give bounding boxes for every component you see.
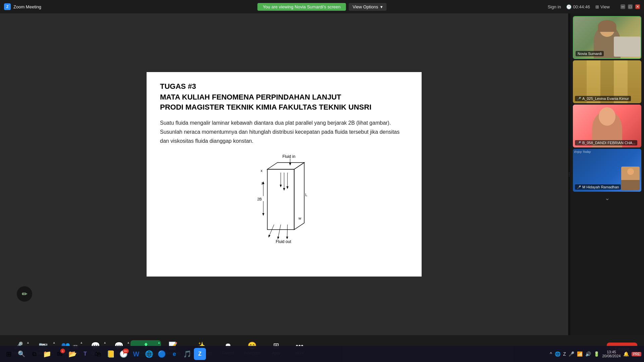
edge-icon[interactable]: e xyxy=(168,348,180,360)
participant-sidebar: Novia Sumardi 🎤 A_025_Levina Evania Kimu… xyxy=(570,13,644,335)
svg-line-15 xyxy=(269,225,274,236)
muted-icon-2: 🎤 xyxy=(577,97,581,101)
titlebar-right: Sign in 🕐 00:44:46 ⊞ View ─ □ ✕ xyxy=(548,4,640,9)
main-content: ✏ TUGAS #3 MATA KULIAH FENOMENA PERPINDA… xyxy=(0,13,644,335)
chat-chevron[interactable]: ▲ xyxy=(127,341,130,344)
svg-text:w: w xyxy=(298,216,301,220)
start-menu-button[interactable]: ⊞ xyxy=(3,348,15,360)
participant-card: Enjoy Today 🎤 M Hidayah Ramadhan xyxy=(573,149,641,192)
word-icon[interactable]: W xyxy=(130,348,142,360)
svg-text:Fluid out: Fluid out xyxy=(276,239,291,244)
participant-card: 🎤 A_025_Levina Evania Kimur xyxy=(573,60,641,103)
taskbar-system-tray: ^ 🌐 Z 🎤 📶 🔊 🔋 13:45 20/08/2024 🔔 PRE xyxy=(550,350,641,358)
svg-marker-3 xyxy=(267,163,304,169)
participants-chevron[interactable]: ▲ xyxy=(80,341,83,344)
meeting-timer: 🕐 00:44:46 xyxy=(566,4,590,9)
klokki-icon[interactable]: 🕐 99+ xyxy=(117,348,129,360)
svg-text:z: z xyxy=(261,181,263,185)
clock-date: 20/08/2024 xyxy=(602,354,621,358)
maximize-button[interactable]: □ xyxy=(628,4,633,9)
task-view-button[interactable]: ⧉ xyxy=(28,348,40,360)
titlebar: Z Zoom Meeting You are viewing Novia Sum… xyxy=(0,0,644,13)
participant-name-2: 🎤 A_025_Levina Evania Kimur xyxy=(575,96,631,101)
share-chevron[interactable]: ▲ xyxy=(157,341,160,344)
view-options-button[interactable]: View Options ▾ xyxy=(348,3,386,11)
banner-text: You are viewing Novia Sumardi's screen xyxy=(257,3,346,11)
minimize-button[interactable]: ─ xyxy=(621,4,625,9)
prtsc-badge: PRE xyxy=(632,352,641,356)
unmute-chevron[interactable]: ▲ xyxy=(26,341,30,344)
notepad-icon[interactable]: 📒 xyxy=(105,348,117,360)
participant-card: 🎤 B_058_DANDI FEBRIAN CHA... xyxy=(573,105,641,147)
muted-icon-4: 🎤 xyxy=(577,185,581,189)
folder-icon[interactable]: 📂 xyxy=(66,348,78,360)
klokki-badge: 99+ xyxy=(123,349,129,353)
svg-text:L: L xyxy=(305,193,307,197)
network-icon[interactable]: 🌐 xyxy=(143,348,155,360)
mail-badge: 1 xyxy=(60,349,65,353)
slide-content: TUGAS #3 MATA KULIAH FENOMENA PERPINDAHA… xyxy=(147,72,422,277)
participant-name-3: 🎤 B_058_DANDI FEBRIAN CHA... xyxy=(575,140,637,145)
system-clock[interactable]: 13:45 20/08/2024 xyxy=(602,350,621,358)
clock-time: 13:45 xyxy=(602,350,621,354)
view-button[interactable]: ⊞ View xyxy=(595,4,610,9)
battery-tray-icon[interactable]: 🔋 xyxy=(594,351,599,357)
slide-title-3: PRODI MAGISTER TEKNIK KIMIA FAKULTAS TEK… xyxy=(160,103,408,112)
svg-line-17 xyxy=(287,225,287,238)
slide-body: Suatu fluida mengalir laminar kebawah di… xyxy=(160,118,408,146)
video-chevron[interactable]: ▲ xyxy=(53,341,56,344)
slide-title-1: TUGAS #3 xyxy=(160,82,408,91)
diagram: Fluid in xyxy=(160,153,408,246)
screen-share-banner: You are viewing Novia Sumardi's screen V… xyxy=(257,3,386,11)
sign-in-button[interactable]: Sign in xyxy=(548,4,561,9)
store-icon[interactable]: 🛍 xyxy=(92,348,104,360)
windows-taskbar: ⊞ 🔍 ⧉ 📁 ✉ 1 📂 T 🛍 📒 🕐 99+ W 🌐 🔵 e 🎵 Z ^ … xyxy=(0,346,644,362)
collapse-sidebar-button[interactable]: ⌄ xyxy=(573,193,641,203)
participant-card: Novia Sumardi xyxy=(573,16,641,59)
screen-share-area: ✏ TUGAS #3 MATA KULIAH FENOMENA PERPINDA… xyxy=(0,13,568,335)
muted-icon-3: 🎤 xyxy=(577,141,581,145)
slide-title-2: MATA KULIAH FENOMENA PERPINDAHAN LANJUT xyxy=(160,93,408,102)
file-explorer-icon[interactable]: 📁 xyxy=(41,348,53,360)
volume-tray-icon[interactable]: 🔊 xyxy=(585,351,591,357)
participant-name-4: 🎤 M Hidayah Ramadhan xyxy=(575,184,621,190)
zoom-logo: Z xyxy=(4,3,11,10)
fluid-diagram: Fluid in xyxy=(251,153,318,246)
qa-chevron[interactable]: ▲ xyxy=(103,341,106,344)
mic-tray-icon[interactable]: 🎤 xyxy=(569,351,574,357)
svg-text:Fluid in: Fluid in xyxy=(282,154,296,159)
teams-icon[interactable]: T xyxy=(79,348,91,360)
network-tray-icon[interactable]: 🌐 xyxy=(555,351,560,357)
search-button[interactable]: 🔍 xyxy=(15,348,28,360)
svg-text:2B: 2B xyxy=(257,197,262,201)
annotation-pencil-button[interactable]: ✏ xyxy=(17,286,32,302)
svg-line-16 xyxy=(278,225,281,238)
wifi-tray-icon[interactable]: 📶 xyxy=(577,351,583,357)
zoom-taskbar-icon[interactable]: Z xyxy=(194,348,206,360)
window-controls: ─ □ ✕ xyxy=(621,4,640,9)
zoom-tray-icon[interactable]: Z xyxy=(563,351,566,357)
mail-icon[interactable]: ✉ 1 xyxy=(54,348,66,360)
chevron-up-icon[interactable]: ^ xyxy=(550,351,552,357)
notification-bell-icon[interactable]: 🔔 xyxy=(623,351,629,357)
spotify-icon[interactable]: 🎵 xyxy=(181,348,193,360)
participant-name-1: Novia Sumardi xyxy=(576,51,604,56)
svg-text:x: x xyxy=(261,169,263,173)
chrome-icon[interactable]: 🔵 xyxy=(156,348,168,360)
close-button[interactable]: ✕ xyxy=(635,4,640,9)
